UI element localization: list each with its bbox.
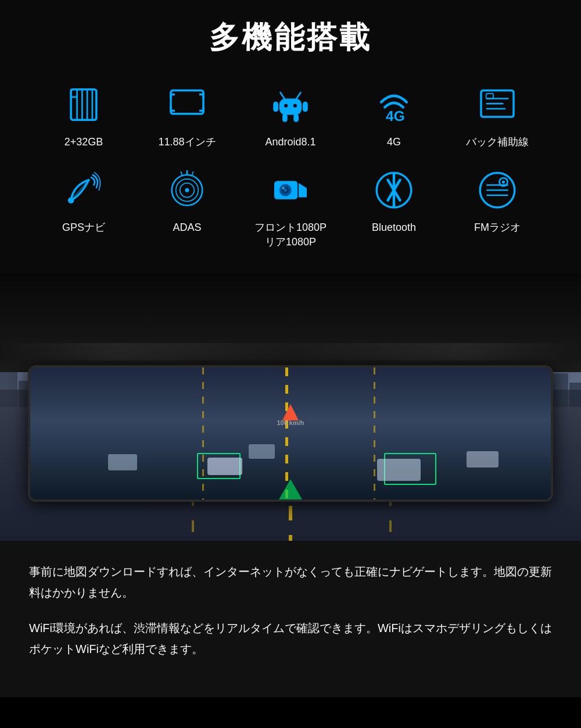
svg-line-11 [297, 92, 301, 99]
svg-rect-13 [303, 102, 308, 112]
svg-point-9 [293, 104, 297, 108]
feature-gps-label: GPSナビ [62, 220, 105, 235]
svg-line-30 [192, 172, 193, 175]
feature-backup: バック補助線 [449, 81, 546, 149]
svg-point-44 [502, 181, 505, 184]
page-title: 多機能搭載 [23, 17, 558, 58]
bottom-text-2: WiFi環境があれば、渋滞情報などをリアルタイムで確認できます。WiFiはスマホ… [29, 618, 552, 659]
feature-camera: フロント1080P リア1080P [242, 167, 339, 249]
svg-point-27 [185, 188, 189, 192]
4g-icon: 4G [371, 81, 417, 128]
feature-4g-label: 4G [387, 135, 401, 149]
feature-bluetooth: Bluetooth [345, 167, 443, 249]
svg-line-29 [181, 172, 182, 175]
car-image-section: 100 km/h [0, 273, 581, 541]
top-section: 多機能搭載 2+32GB [0, 0, 581, 273]
feature-screen-label: 11.88インチ [158, 135, 216, 149]
svg-text:4G: 4G [386, 108, 405, 124]
svg-rect-14 [282, 114, 288, 122]
svg-rect-12 [273, 102, 278, 112]
adas-icon [164, 167, 210, 213]
sd-card-icon [60, 81, 107, 128]
fm-icon [474, 167, 521, 213]
bottom-text-block-2: WiFi環境があれば、渋滞情報などをリアルタイムで確認できます。WiFiはスマホ… [29, 618, 552, 659]
bottom-section: 事前に地図ダウンロードすれば、インターネットがなくっても正確にナビゲートします。… [0, 541, 581, 697]
svg-point-8 [284, 104, 288, 108]
feature-fm: FMラジオ [449, 167, 546, 249]
svg-point-34 [284, 189, 287, 192]
svg-point-23 [68, 197, 74, 204]
gps-icon [60, 167, 107, 213]
camera-icon [267, 167, 314, 213]
feature-backup-label: バック補助線 [466, 135, 529, 149]
svg-rect-15 [293, 114, 299, 122]
feature-4g: 4G 4G [345, 81, 443, 149]
svg-rect-6 [171, 91, 203, 114]
backup-icon [474, 81, 521, 128]
feature-screen: 11.88インチ [138, 81, 236, 149]
feature-sd-label: 2+32GB [64, 135, 103, 149]
screen-icon [164, 81, 210, 128]
feature-bluetooth-label: Bluetooth [372, 220, 416, 235]
feature-fm-label: FMラジオ [474, 220, 521, 235]
bottom-text-block-1: 事前に地図ダウンロードすれば、インターネットがなくっても正確にナビゲートします。… [29, 561, 552, 603]
feature-sd-card: 2+32GB [35, 81, 132, 149]
svg-rect-7 [279, 99, 302, 115]
android-icon [267, 81, 314, 128]
feature-camera-label: フロント1080P リア1080P [254, 220, 327, 249]
bluetooth-icon [371, 167, 417, 213]
feature-android: Android8.1 [242, 81, 339, 149]
svg-line-10 [281, 92, 285, 99]
bottom-text-1: 事前に地図ダウンロードすれば、インターネットがなくっても正確にナビゲートします。… [29, 561, 552, 603]
svg-point-36 [282, 187, 285, 190]
feature-adas: ADAS [138, 167, 236, 249]
mirror-device: 100 km/h [28, 365, 553, 502]
feature-android-label: Android8.1 [265, 135, 315, 149]
feature-gps: GPSナビ [35, 167, 132, 249]
svg-marker-35 [299, 183, 307, 198]
feature-adas-label: ADAS [173, 220, 201, 235]
features-grid: 2+32GB 11.88インチ [23, 81, 558, 250]
